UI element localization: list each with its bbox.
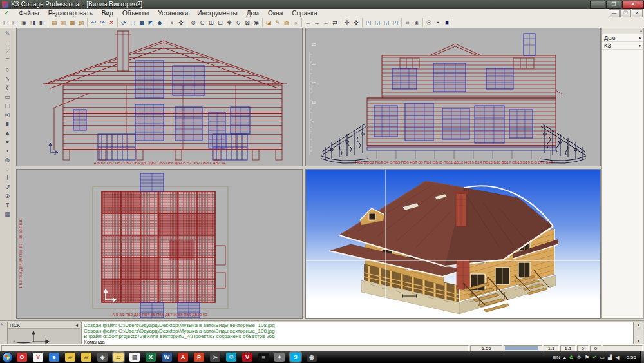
measure-icon[interactable]: ✜ bbox=[177, 19, 185, 27]
taskbar-app-acrobat[interactable]: A bbox=[178, 353, 188, 362]
ucs-collapse-icon[interactable]: ◂ bbox=[75, 322, 78, 328]
paint-icon[interactable]: ◪ bbox=[265, 19, 273, 27]
wireframe-view-icon[interactable]: ◻ bbox=[129, 19, 137, 27]
taskbar-app-excel[interactable]: X bbox=[146, 353, 156, 362]
taskbar-app-folder-1[interactable]: ▰ bbox=[65, 353, 75, 362]
taskbar-app-app-arrow[interactable]: ➤ bbox=[210, 353, 220, 362]
tray-app-icon[interactable]: ❖ bbox=[577, 355, 582, 360]
gallery-icon[interactable]: ▧ bbox=[77, 19, 86, 27]
maximize-button[interactable]: ❐ bbox=[606, 1, 621, 9]
select-icon[interactable]: ⌖ bbox=[168, 19, 176, 27]
render-view-icon[interactable]: ◆ bbox=[156, 19, 164, 27]
solid-hemisphere-icon[interactable]: ◖ bbox=[3, 146, 13, 155]
save-all-icon[interactable]: ◨ bbox=[29, 19, 37, 27]
tray-volume-icon[interactable]: ◀ bbox=[615, 355, 619, 360]
redraw-icon[interactable]: ⟳ bbox=[120, 19, 128, 27]
taskbar-app-app-gray[interactable]: ✦ bbox=[274, 353, 285, 362]
menu-item-вид[interactable]: Вид bbox=[97, 9, 118, 17]
viewport-elevation-front[interactable]: НБ1 ДОБ2 ПБ3 Б4 ОПБ5 ПБ6 НБ7 Б8 ПБ9 ОБ10… bbox=[305, 28, 601, 166]
menu-item-окна[interactable]: Окна bbox=[263, 9, 287, 17]
menu-item-дом[interactable]: Дом bbox=[242, 9, 263, 17]
solid-box-icon[interactable]: ▮ bbox=[3, 119, 13, 128]
save-icon[interactable]: ▣ bbox=[20, 19, 28, 27]
taskbar-app-word[interactable]: W bbox=[162, 353, 172, 362]
hidden-line-view-icon[interactable]: ◼ bbox=[138, 19, 146, 27]
child-minimize-button[interactable]: — bbox=[609, 9, 620, 17]
text-tool-icon[interactable]: T bbox=[3, 201, 13, 210]
snap-node-icon[interactable]: ⌗ bbox=[404, 19, 412, 27]
taskbar-app-camera[interactable]: ◉ bbox=[307, 353, 317, 362]
taskbar-app-app-copyright[interactable]: © bbox=[226, 353, 236, 362]
pan-swap-icon[interactable]: ⇄ bbox=[331, 19, 339, 27]
menu-item-объекты[interactable]: Объекты bbox=[118, 9, 153, 17]
draw-rect-icon[interactable]: ▭ bbox=[3, 92, 13, 101]
snap-grid-icon[interactable]: ◈ bbox=[413, 19, 421, 27]
child-close-button[interactable]: ✕ bbox=[632, 9, 643, 17]
print-icon[interactable]: ◧ bbox=[38, 19, 46, 27]
taskbar-clock[interactable]: 0:55 bbox=[626, 355, 636, 360]
solid-torus-icon[interactable]: ◍ bbox=[3, 155, 13, 164]
viewport-plan[interactable]: 1 Б2 ПБ3 ДБ4 Б5 ПБ6 Б7 НБ8 Б9 ПБ10 А Б Б… bbox=[16, 169, 303, 319]
console-close-icon[interactable]: ✕ bbox=[1, 322, 4, 326]
taskbar-app-app-black[interactable]: ■ bbox=[258, 353, 269, 362]
color-swatch[interactable]: ■ bbox=[443, 19, 451, 27]
materials-palette-icon[interactable]: ▨ bbox=[283, 19, 291, 27]
menu-item-установки[interactable]: Установки bbox=[153, 9, 193, 17]
trim-tool-icon[interactable]: ⊘ bbox=[3, 191, 13, 201]
orbit-icon[interactable]: ↻ bbox=[234, 19, 243, 27]
start-button[interactable] bbox=[2, 352, 13, 363]
zoom-in-icon[interactable]: ⊕ bbox=[189, 19, 198, 27]
table-tool-icon[interactable]: ▦ bbox=[3, 210, 13, 219]
helper-icon[interactable]: ☉ bbox=[425, 19, 433, 27]
profile-beam-icon[interactable]: Ⅰ bbox=[3, 173, 13, 182]
tray-network-icon[interactable]: ▟ bbox=[608, 355, 612, 360]
show-desktop-button[interactable] bbox=[640, 351, 644, 363]
pan-right-icon[interactable]: → bbox=[322, 19, 330, 27]
move-point-icon[interactable]: ✜ bbox=[352, 19, 361, 27]
taskbar-app-folder-2[interactable]: ▰ bbox=[81, 353, 91, 362]
scroll-down-icon[interactable]: ▼ bbox=[637, 338, 641, 344]
close-button[interactable]: ✕ bbox=[622, 1, 644, 9]
zoom-extents-icon[interactable]: ⊠ bbox=[243, 19, 252, 27]
delete-icon[interactable]: ✕ bbox=[108, 19, 116, 27]
draw-ellipse-icon[interactable]: ◎ bbox=[3, 110, 13, 119]
light-icon[interactable]: ☼ bbox=[292, 19, 300, 27]
tray-expand-icon[interactable]: ▴ bbox=[564, 355, 566, 360]
draw-segment-icon[interactable]: ⟋ bbox=[3, 47, 13, 56]
console-scrollbar[interactable]: ▲ ▼ bbox=[634, 322, 643, 344]
taskbar-app-app-v[interactable]: V bbox=[242, 353, 252, 362]
menu-item-редактировать[interactable]: Редактировать bbox=[44, 9, 97, 17]
solid-cone-icon[interactable]: ▲ bbox=[3, 128, 13, 137]
solid-tube-icon[interactable]: ◌ bbox=[3, 164, 13, 173]
draw-curve-icon[interactable]: ζ bbox=[3, 83, 13, 92]
draw-arc-icon[interactable]: ⌒ bbox=[3, 56, 13, 65]
export-image-icon[interactable]: ▥ bbox=[59, 19, 68, 27]
zoom-previous-icon[interactable]: ⊟ bbox=[216, 19, 225, 27]
viewport-close-icon[interactable]: ◳ bbox=[392, 19, 400, 27]
taskbar-app-notepad[interactable]: ▤ bbox=[129, 353, 140, 362]
taskbar-app-opera[interactable]: O bbox=[17, 353, 27, 362]
console-output[interactable]: Создан файл: C:\Users\Эдуард\Desktop\Муз… bbox=[81, 322, 634, 344]
zoom-dynamic-icon[interactable]: ◉ bbox=[252, 19, 261, 27]
child-restore-button[interactable]: ❐ bbox=[620, 9, 631, 17]
taskbar-app-browser-y[interactable]: Y bbox=[33, 353, 43, 362]
shaded-view-icon[interactable]: ◩ bbox=[147, 19, 155, 27]
rotate-tool-icon[interactable]: ↺ bbox=[3, 182, 13, 191]
viewport-split-icon[interactable]: ◱ bbox=[374, 19, 382, 27]
menu-item-справка[interactable]: Справка bbox=[287, 9, 321, 17]
minimize-button[interactable]: — bbox=[590, 1, 605, 9]
viewport-cascade-icon[interactable]: ◲ bbox=[383, 19, 391, 27]
edit-pen-icon[interactable]: ✎ bbox=[274, 19, 282, 27]
viewport-3d-render[interactable] bbox=[305, 169, 601, 319]
pan-left-icon[interactable]: ← bbox=[304, 19, 312, 27]
draw-spline-icon[interactable]: ∿ bbox=[3, 74, 13, 83]
panel-item-кз[interactable]: КЗ▸ bbox=[602, 42, 643, 50]
redo-icon[interactable]: ↷ bbox=[99, 19, 107, 27]
viewport-single-icon[interactable]: ◰ bbox=[365, 19, 373, 27]
point-icon[interactable]: • bbox=[434, 19, 442, 27]
taskbar-app-folder-open[interactable]: ▱ bbox=[113, 353, 124, 362]
zoom-out-icon[interactable]: ⊖ bbox=[198, 19, 207, 27]
tray-green-icon[interactable]: ✿ bbox=[569, 355, 574, 360]
new-file-icon[interactable]: ▢ bbox=[2, 19, 10, 27]
pan-both-icon[interactable]: ↔ bbox=[313, 19, 321, 27]
